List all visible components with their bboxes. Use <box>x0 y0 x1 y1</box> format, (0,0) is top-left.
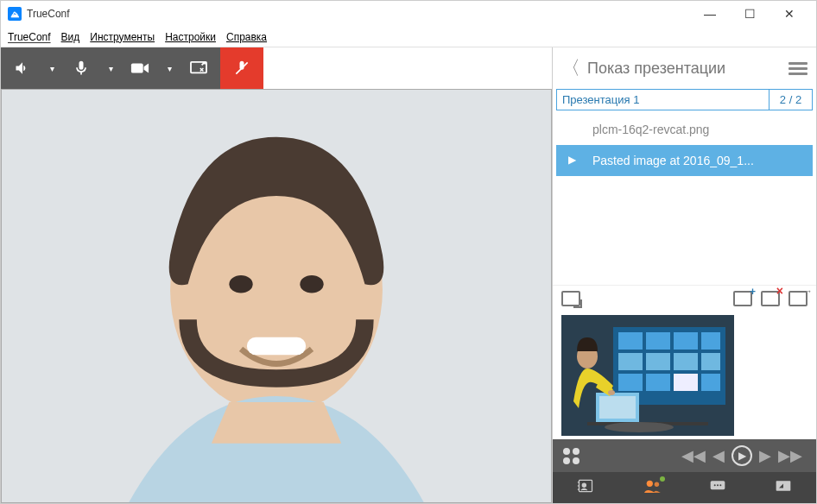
menu-tools[interactable]: Инструменты <box>90 31 155 43</box>
panel-menu-icon[interactable] <box>788 60 808 78</box>
next-slide-button[interactable]: ▶ <box>759 446 771 465</box>
svg-rect-23 <box>646 353 670 370</box>
panel-header: 〈 Показ презентации <box>553 47 816 89</box>
file-list: plcm-16q2-revcat.png Pasted image at 201… <box>553 114 816 176</box>
svg-point-41 <box>646 481 652 487</box>
svg-point-46 <box>720 484 722 486</box>
menu-trueconf[interactable]: TrueConf <box>8 31 51 43</box>
camera-icon <box>130 61 149 75</box>
play-button[interactable]: ▶ <box>732 445 752 466</box>
app-icon: ⛰ <box>8 7 22 21</box>
menu-view[interactable]: Вид <box>61 31 80 43</box>
svg-point-37 <box>582 483 586 487</box>
share-button[interactable] <box>177 47 220 89</box>
svg-rect-27 <box>646 374 670 391</box>
svg-point-35 <box>608 390 615 395</box>
svg-point-44 <box>714 484 716 486</box>
mic-button[interactable] <box>60 47 103 89</box>
preview-toolbar <box>553 285 816 312</box>
grid-view-icon[interactable] <box>563 448 580 464</box>
svg-rect-29 <box>701 374 720 391</box>
playback-bar: ◀◀ ◀ ▶ ▶ ▶▶ <box>553 439 816 472</box>
presentation-icon <box>775 479 792 493</box>
svg-rect-31 <box>599 396 636 419</box>
content-area: ▾ ▾ ▾ <box>1 47 816 503</box>
titlebar: ⛰ TrueConf — ☐ ✕ <box>1 1 816 27</box>
first-slide-button[interactable]: ◀◀ <box>681 446 706 465</box>
svg-rect-25 <box>701 353 720 370</box>
tab-chat[interactable] <box>709 479 726 496</box>
svg-point-42 <box>654 482 658 487</box>
presentation-selector[interactable]: Презентация 1 2 / 2 <box>556 89 813 110</box>
svg-rect-21 <box>701 332 720 350</box>
close-button[interactable]: ✕ <box>770 1 809 27</box>
export-image-icon[interactable] <box>788 291 808 306</box>
speaker-caret[interactable]: ▾ <box>44 47 60 89</box>
mic-caret[interactable]: ▾ <box>103 47 118 89</box>
bottom-tabs <box>553 472 816 503</box>
hangup-button[interactable] <box>220 47 263 89</box>
svg-point-33 <box>605 422 674 432</box>
remove-image-icon[interactable] <box>761 291 780 306</box>
mic-icon <box>73 60 90 77</box>
slide-preview[interactable] <box>561 315 734 436</box>
speaker-icon <box>14 60 31 77</box>
list-item[interactable]: plcm-16q2-revcat.png <box>556 114 813 145</box>
menu-settings[interactable]: Настройки <box>165 31 216 43</box>
video-panel: ▾ ▾ ▾ <box>1 47 552 503</box>
prev-slide-button[interactable]: ◀ <box>712 446 725 465</box>
svg-rect-22 <box>618 353 643 370</box>
status-dot-icon <box>660 476 665 482</box>
share-screen-icon <box>189 60 208 76</box>
svg-rect-18 <box>618 332 643 350</box>
presentation-name: Презентация 1 <box>557 90 769 110</box>
hangup-icon <box>233 60 250 77</box>
back-chevron-icon[interactable]: 〈 <box>561 55 580 81</box>
window-title: TrueConf <box>27 8 690 20</box>
window-controls: — ☐ ✕ <box>690 1 809 27</box>
address-book-icon <box>577 478 594 494</box>
chat-icon <box>709 479 726 493</box>
tab-presentation[interactable] <box>775 479 792 496</box>
menu-help[interactable]: Справка <box>226 31 267 43</box>
toolbar-spacer <box>263 47 552 89</box>
minimize-button[interactable]: — <box>690 1 730 27</box>
call-toolbar: ▾ ▾ ▾ <box>1 47 552 89</box>
presentation-panel: 〈 Показ презентации Презентация 1 2 / 2 … <box>552 47 816 503</box>
panel-title: Показ презентации <box>587 60 782 78</box>
svg-rect-19 <box>646 332 670 350</box>
svg-point-13 <box>229 275 252 293</box>
tab-participants[interactable] <box>643 478 662 497</box>
svg-rect-0 <box>131 64 143 73</box>
maximize-button[interactable]: ☐ <box>730 1 770 27</box>
svg-rect-15 <box>247 337 306 355</box>
camera-button[interactable] <box>118 47 162 89</box>
expand-icon[interactable] <box>561 291 580 306</box>
participants-icon <box>643 478 662 494</box>
add-image-icon[interactable] <box>733 291 752 306</box>
speaker-button[interactable] <box>1 47 44 89</box>
self-video[interactable] <box>1 89 552 503</box>
camera-caret[interactable]: ▾ <box>162 47 177 89</box>
video-area <box>1 89 552 503</box>
svg-rect-28 <box>674 374 698 391</box>
svg-point-45 <box>717 484 719 486</box>
list-item[interactable]: Pasted image at 2016_09_1... <box>556 145 813 176</box>
menubar: TrueConf Вид Инструменты Настройки Справ… <box>1 27 816 47</box>
svg-rect-26 <box>618 374 643 391</box>
last-slide-button[interactable]: ▶▶ <box>778 446 802 465</box>
slide-counter: 2 / 2 <box>769 90 812 110</box>
svg-point-14 <box>300 275 323 293</box>
tab-address-book[interactable] <box>577 478 594 497</box>
svg-rect-20 <box>674 332 698 350</box>
svg-rect-24 <box>674 353 698 370</box>
